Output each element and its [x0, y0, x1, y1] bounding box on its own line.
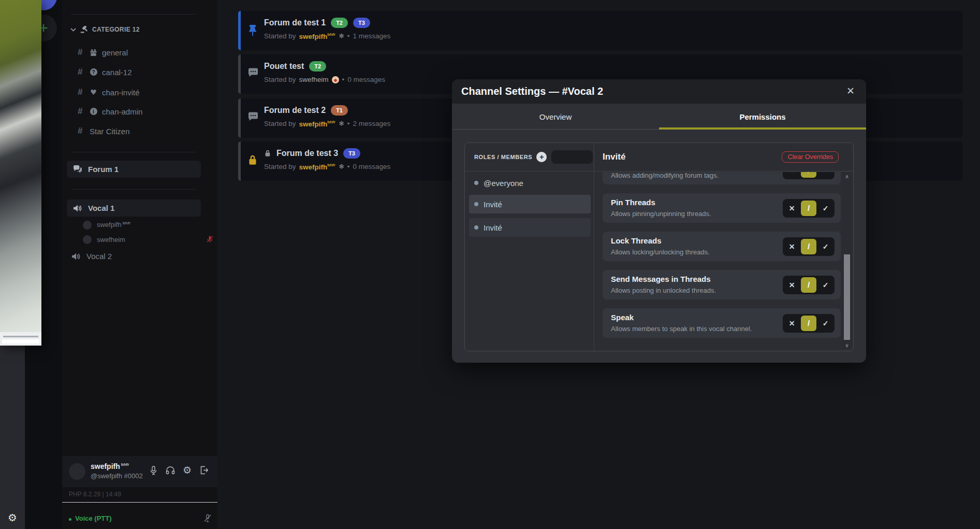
pin-icon [247, 24, 258, 37]
roles-header: ROLES / MEMBERS + [465, 143, 594, 171]
ptt-mic-slash-icon[interactable] [203, 513, 212, 523]
logout-icon[interactable] [199, 465, 208, 475]
permission-name: Lock Threads [611, 236, 662, 245]
photo-caption-band [0, 332, 41, 346]
scroll-down-icon[interactable]: ∨ [842, 341, 852, 349]
role-dot [474, 181, 478, 185]
permission-name: Pin Threads [611, 198, 655, 207]
tab-overview[interactable]: Overview [452, 104, 659, 130]
app-root: ⚙ + CATEGORIE 12 [0, 0, 980, 529]
neutral-button[interactable]: / [801, 172, 816, 178]
roles-header-label: ROLES / MEMBERS [474, 154, 532, 160]
voice-channel-label: Vocal 2 [86, 252, 112, 261]
permissions-scrollbar[interactable]: ∧ ∨ [842, 172, 852, 349]
voice-user-name: swefpifhbhfr [97, 221, 130, 228]
modal-tabs: Overview Permissions [452, 104, 866, 130]
permission-row-manage-forum-tags: Allows adding/modifying forum tags. ✕ / … [603, 172, 841, 184]
sidebar-bottom-divider [62, 502, 217, 503]
sidebar-item-chan-invite[interactable]: # ♥ chan-invité [78, 87, 140, 98]
role-item-invite-2[interactable]: Invité [469, 218, 591, 237]
photo-preview [0, 0, 41, 346]
permission-row-lock-threads: Lock Threads Allows locking/unlocking th… [603, 232, 841, 261]
neutral-button[interactable]: / [801, 239, 816, 254]
avatar [83, 235, 92, 244]
role-label: Invité [484, 223, 502, 232]
sidebar-item-vocal-1[interactable]: Vocal 1 [67, 199, 201, 217]
permission-name: Send Messages in Threads [611, 275, 711, 283]
neutral-button[interactable]: / [801, 277, 816, 293]
voice-user-name: swefheim [97, 236, 125, 244]
sidebar-item-star-citizen[interactable]: # Star Citizen [78, 125, 130, 137]
deny-button[interactable]: ✕ [783, 204, 801, 212]
post-message-count: 0 messages [353, 163, 391, 170]
permissions-header: Invité Clear Overrides [594, 143, 853, 171]
voice-user-swefheim[interactable]: swefheim [83, 235, 125, 244]
chevron-down-icon [70, 28, 76, 32]
deny-button[interactable]: ✕ [783, 319, 801, 327]
channel-label: Star Citizen [90, 127, 130, 136]
voice-user-swefpifh[interactable]: swefpifhbhfr [83, 220, 130, 230]
sidebar-item-canal-12[interactable]: # ? canal-12 [78, 66, 132, 78]
role-item-everyone[interactable]: @everyone [469, 175, 591, 191]
close-icon[interactable]: ✕ [846, 86, 855, 96]
add-role-button[interactable]: + [536, 152, 547, 162]
channel-sidebar: CATEGORIE 12 # general # ? canal-12 # [62, 0, 217, 529]
sidebar-item-chan-admin[interactable]: # i chan-admin [78, 106, 142, 117]
lock-icon [264, 149, 271, 158]
sidebar-item-vocal-2[interactable]: Vocal 2 [71, 252, 112, 261]
forum-post-1[interactable]: Forum de test 1 T2 T3 Started by swefpif… [238, 11, 963, 50]
category-label: CATEGORIE 12 [92, 26, 140, 33]
info-icon: i [90, 108, 97, 116]
selected-role-title: Invité [603, 152, 625, 162]
category-categorie-12[interactable]: CATEGORIE 12 [70, 26, 140, 33]
user-settings-gear-icon[interactable]: ⚙ [183, 465, 192, 475]
role-dot [474, 225, 478, 230]
voice-status-label: Voice (PTT) [75, 514, 112, 522]
roles-search-box[interactable] [551, 150, 593, 164]
voice-channel-label: Vocal 1 [88, 204, 114, 212]
post-meta: Started by swefpifhbhfr ❄ • 0 messages [264, 163, 390, 171]
post-author: swefpifhbhfr [299, 163, 335, 171]
allow-button[interactable]: ✓ [816, 204, 835, 212]
permissions-scroll-viewport: Allows adding/modifying forum tags. ✕ / … [594, 172, 841, 350]
headphones-button[interactable] [166, 465, 175, 475]
sidebar-item-general[interactable]: # general [78, 47, 128, 58]
user-handle: @swefpifh #0002 [91, 472, 143, 480]
tab-permissions[interactable]: Permissions [659, 104, 866, 130]
voice-status-dot [69, 518, 71, 521]
allow-button[interactable]: ✓ [816, 172, 835, 174]
permission-name: Speak [611, 313, 634, 322]
neutral-button[interactable]: / [801, 316, 816, 331]
post-message-count: 0 messages [347, 76, 385, 83]
question-icon: ? [90, 68, 97, 76]
tag-pill: T1 [331, 105, 348, 116]
post-author: swefheim [299, 76, 329, 83]
sidebar-item-forum-1[interactable]: Forum 1 [67, 161, 201, 178]
post-title: Forum de test 1 [264, 18, 326, 27]
clear-overrides-button[interactable]: Clear Overrides [782, 151, 839, 163]
permission-description: Allows pinning/unpinning threads. [611, 210, 711, 218]
role-label: @everyone [484, 179, 523, 188]
post-message-count: 2 messages [353, 120, 391, 127]
avatar[interactable] [69, 463, 85, 480]
photo-caption-pill [2, 339, 39, 344]
deny-button[interactable]: ✕ [783, 281, 801, 289]
user-name: swefpifhbhfr [91, 462, 129, 470]
post-meta: Started by swefpifhbhfr ❄ • 1 messages [264, 32, 390, 40]
voice-status-bar: Voice (PTT) [62, 510, 217, 529]
permission-row-speak: Speak Allows members to speak in this vo… [603, 308, 841, 338]
modal-titlebar: Channel Settings — #Vocal 2 ✕ [452, 79, 866, 104]
deny-button[interactable]: ✕ [783, 242, 801, 251]
role-item-invite-1[interactable]: Invité [469, 195, 591, 213]
allow-button[interactable]: ✓ [816, 319, 835, 327]
allow-button[interactable]: ✓ [816, 281, 835, 289]
allow-button[interactable]: ✓ [816, 242, 835, 251]
scroll-up-icon[interactable]: ∧ [842, 173, 852, 180]
neutral-button[interactable]: / [801, 201, 816, 216]
scrollbar-thumb[interactable] [844, 254, 850, 340]
hash-icon: # [78, 126, 85, 136]
microphone-button[interactable] [149, 465, 158, 475]
gavel-icon [80, 26, 88, 33]
deny-button[interactable]: ✕ [783, 172, 801, 174]
settings-gear-icon[interactable]: ⚙ [8, 511, 17, 524]
